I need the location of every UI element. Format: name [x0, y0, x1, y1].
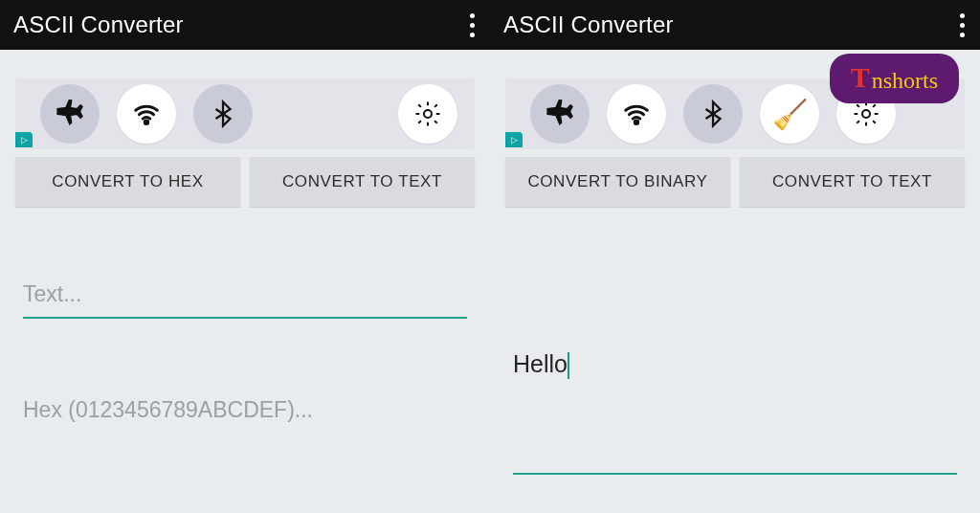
appbar: ASCII Converter	[0, 0, 490, 50]
tnshorts-logo: T nshorts	[830, 54, 959, 103]
convert-to-text-button[interactable]: CONVERT TO TEXT	[250, 157, 475, 207]
logo-letter: T	[851, 63, 870, 92]
wifi-icon[interactable]	[607, 84, 666, 144]
ad-badge: ▷	[15, 132, 33, 147]
logo-text: nshorts	[872, 69, 938, 92]
convert-to-text-button[interactable]: CONVERT TO TEXT	[740, 157, 965, 207]
app-title: ASCII Converter	[503, 11, 674, 38]
appbar: ASCII Converter	[490, 0, 980, 50]
bluetooth-icon[interactable]	[683, 84, 743, 144]
convert-to-binary-button[interactable]: CONVERT TO BINARY	[505, 157, 730, 207]
text-caret	[568, 352, 569, 379]
hex-input[interactable]	[23, 390, 467, 433]
quick-settings-row: ▷	[15, 78, 475, 149]
left-pane: ASCII Converter ▷ CONVERT TO HEX CONVERT…	[0, 0, 490, 513]
button-row: CONVERT TO HEX CONVERT TO TEXT	[15, 157, 475, 207]
text-input[interactable]: Hello	[513, 350, 568, 378]
secondary-input-underline[interactable]	[513, 473, 957, 475]
broom-icon[interactable]: 🧹	[760, 84, 819, 144]
right-pane: ASCII Converter T nshorts ▷ 🧹 CONVE	[490, 0, 980, 513]
svg-point-3	[862, 110, 870, 118]
text-input-field[interactable]	[23, 274, 467, 319]
svg-point-0	[145, 121, 148, 124]
svg-point-1	[424, 110, 432, 118]
airplane-icon[interactable]	[40, 84, 100, 144]
convert-to-hex-button[interactable]: CONVERT TO HEX	[15, 157, 240, 207]
bluetooth-icon[interactable]	[193, 84, 253, 144]
overflow-menu-icon[interactable]	[468, 10, 477, 41]
svg-point-2	[635, 121, 638, 124]
text-input-value: Hello	[513, 350, 568, 377]
ad-badge: ▷	[505, 132, 523, 147]
wifi-icon[interactable]	[117, 84, 176, 144]
hex-input-field[interactable]	[23, 390, 467, 433]
app-title: ASCII Converter	[13, 11, 184, 38]
text-input[interactable]	[23, 274, 467, 319]
button-row: CONVERT TO BINARY CONVERT TO TEXT	[505, 157, 965, 207]
text-input-field[interactable]: Hello	[490, 350, 980, 378]
overflow-menu-icon[interactable]	[958, 10, 967, 41]
gear-icon[interactable]	[398, 84, 457, 144]
airplane-icon[interactable]	[530, 84, 590, 144]
